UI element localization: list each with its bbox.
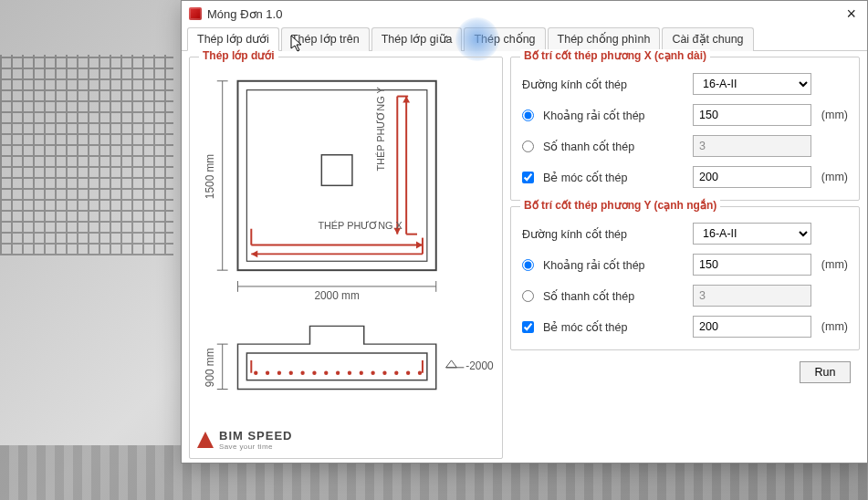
sect-v: 900 mm	[204, 348, 216, 387]
y-hook-check[interactable]	[522, 321, 534, 333]
x-spacing-label: Khoảng rải cốt thép	[543, 109, 645, 122]
svg-point-5	[266, 371, 269, 375]
label-x: THÉP PHƯƠNG X	[318, 220, 403, 231]
svg-point-6	[277, 371, 281, 375]
svg-rect-2	[321, 155, 352, 186]
svg-point-17	[406, 371, 410, 375]
elev: -2000 mm	[465, 359, 495, 372]
tab-thep-lop-tren[interactable]: Thép lớp trên	[281, 27, 370, 51]
brand: BIM SPEED Save your time	[197, 429, 495, 451]
label-y: THÉP PHƯƠNG Y	[375, 87, 386, 171]
svg-rect-3	[246, 353, 427, 380]
svg-rect-1	[246, 90, 427, 262]
y-spacing-radio[interactable]	[522, 259, 534, 271]
svg-point-4	[254, 371, 257, 375]
app-icon	[189, 7, 202, 20]
svg-point-8	[300, 371, 304, 375]
x-spacing-input[interactable]	[693, 104, 811, 126]
y-count-label: Số thanh cốt thép	[543, 289, 634, 303]
group-y-legend: Bố trí cốt thép phương Y (cạnh ngắn)	[520, 199, 720, 212]
unit-mm: (mm)	[811, 171, 848, 183]
unit-mm: (mm)	[811, 109, 848, 121]
diagram-legend: Thép lớp dưới	[199, 49, 278, 62]
tab-strip: Thép lớp dưới Thép lớp trên Thép lớp giữ…	[182, 26, 867, 51]
dim-v: 1500 mm	[204, 154, 216, 200]
svg-point-15	[382, 371, 386, 375]
svg-point-18	[418, 371, 422, 375]
window-title: Móng Đơn 1.0	[207, 7, 282, 21]
dialog-window: Móng Đơn 1.0 × Thép lớp dưới Thép lớp tr…	[181, 0, 868, 464]
y-count-input	[693, 285, 811, 307]
svg-point-16	[394, 371, 398, 375]
titlebar[interactable]: Móng Đơn 1.0 ×	[182, 1, 867, 26]
y-hook-label: Bẻ móc cốt thép	[543, 320, 627, 334]
group-x: Bố trí cốt thép phương X (cạnh dài) Đườn…	[510, 57, 860, 201]
svg-point-10	[324, 371, 328, 375]
x-hook-input[interactable]	[693, 166, 811, 188]
y-hook-input[interactable]	[693, 316, 811, 338]
svg-point-9	[312, 371, 316, 375]
y-diameter-label: Đường kính cốt thép	[522, 227, 693, 241]
x-hook-label: Bẻ móc cốt thép	[543, 171, 627, 184]
x-hook-check[interactable]	[522, 172, 534, 183]
tab-thep-lop-giua[interactable]: Thép lớp giữa	[371, 27, 463, 51]
group-x-legend: Bố trí cốt thép phương X (cạnh dài)	[520, 49, 710, 62]
brand-name: BIM SPEED	[219, 429, 293, 443]
tab-thep-lop-duoi[interactable]: Thép lớp dưới	[187, 27, 279, 51]
y-count-radio[interactable]	[522, 290, 534, 302]
tab-thep-chong-phinh[interactable]: Thép chống phình	[548, 27, 661, 51]
diagram-panel: Thép lớp dưới	[189, 57, 503, 459]
y-spacing-label: Khoảng rải cốt thép	[543, 258, 645, 272]
tab-cai-dat-chung[interactable]: Cài đặt chung	[662, 27, 753, 51]
x-count-input	[693, 135, 811, 157]
x-count-radio[interactable]	[522, 141, 534, 152]
y-diameter-select[interactable]: 16-A-II	[693, 223, 811, 245]
tab-thep-chong[interactable]: Thép chống	[464, 27, 545, 51]
rebar-diagram: 2000 mm 1500 mm THÉP PHƯƠNG X THÉP PHƯƠN…	[197, 65, 495, 425]
unit-mm: (mm)	[811, 258, 848, 271]
x-spacing-radio[interactable]	[522, 109, 534, 121]
svg-point-12	[348, 371, 351, 375]
svg-point-14	[371, 371, 374, 375]
svg-point-11	[336, 371, 340, 375]
close-icon[interactable]: ×	[842, 5, 860, 22]
y-spacing-input[interactable]	[693, 254, 811, 276]
svg-point-7	[289, 371, 293, 375]
svg-point-13	[360, 371, 363, 375]
x-count-label: Số thanh cốt thép	[543, 140, 634, 153]
run-button[interactable]: Run	[800, 361, 851, 383]
dim-h: 2000 mm	[314, 289, 360, 302]
group-y: Bố trí cốt thép phương Y (cạnh ngắn) Đườ…	[510, 206, 860, 350]
brand-logo-icon	[197, 432, 214, 448]
unit-mm: (mm)	[811, 320, 848, 333]
brand-tag: Save your time	[219, 443, 293, 451]
x-diameter-select[interactable]: 16-A-II	[693, 73, 811, 95]
x-diameter-label: Đường kính cốt thép	[522, 78, 693, 91]
